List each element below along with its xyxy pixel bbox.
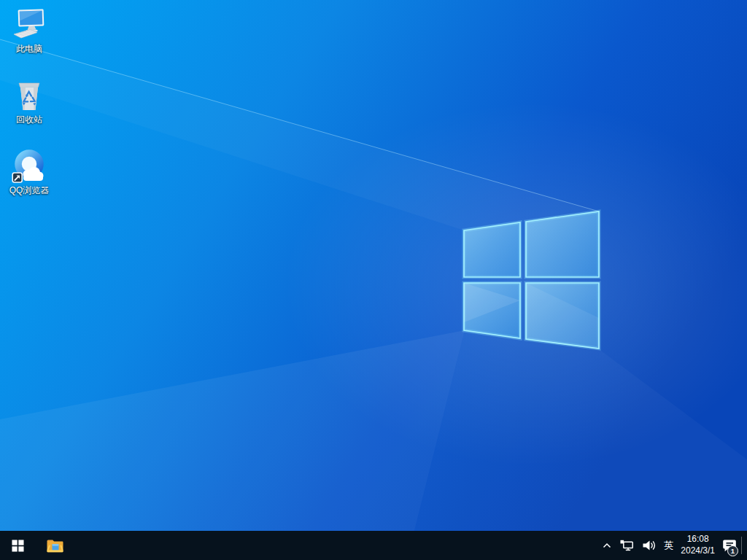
recycle-bin-icon — [12, 78, 47, 113]
desktop-icon-label: 回收站 — [16, 115, 42, 125]
desktop-icon-grid: 此电脑 回收站 — [3, 4, 55, 217]
taskbar: 英 16:08 2024/3/1 1 — [0, 531, 747, 560]
desktop-icon-this-pc[interactable]: 此电脑 — [3, 4, 55, 67]
ime-indicator[interactable]: 英 — [660, 531, 677, 560]
desktop-icon-label: QQ浏览器 — [9, 186, 50, 196]
clock-time: 16:08 — [687, 534, 709, 545]
desktop[interactable]: 此电脑 回收站 — [0, 0, 747, 531]
file-explorer-icon — [46, 538, 64, 553]
volume-icon — [642, 540, 657, 551]
file-explorer-button[interactable] — [38, 531, 71, 560]
network-button[interactable] — [616, 531, 638, 560]
notification-count-badge: 1 — [727, 545, 738, 556]
desktop-icon-recycle-bin[interactable]: 回收站 — [3, 75, 55, 138]
qq-browser-icon — [12, 149, 47, 184]
chevron-up-icon — [602, 542, 612, 550]
volume-button[interactable] — [638, 531, 660, 560]
clock[interactable]: 16:08 2024/3/1 — [677, 531, 719, 560]
network-icon — [619, 540, 635, 551]
action-center-button[interactable]: 1 — [719, 531, 741, 560]
clock-date: 2024/3/1 — [681, 545, 715, 557]
desktop-icon-label: 此电脑 — [16, 44, 42, 55]
system-tray: 英 16:08 2024/3/1 1 — [598, 531, 747, 560]
wallpaper-image — [0, 0, 747, 531]
hidden-icons-button[interactable] — [598, 531, 616, 560]
show-desktop-button[interactable] — [742, 531, 747, 560]
desktop-icon-qq-browser[interactable]: QQ浏览器 — [3, 146, 55, 209]
start-button[interactable] — [0, 531, 35, 560]
start-icon — [12, 540, 24, 552]
this-pc-icon — [12, 7, 47, 42]
